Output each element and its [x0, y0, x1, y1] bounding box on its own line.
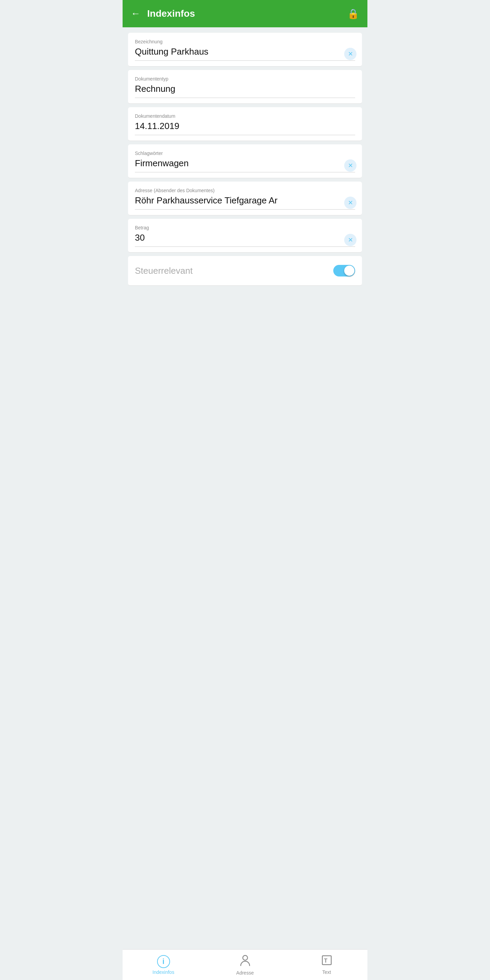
text-icon: T: [321, 955, 332, 968]
field-steuerrelevant: Steuerrelevant: [128, 256, 362, 286]
nav-item-adresse[interactable]: Adresse: [204, 950, 286, 980]
label-schlagwoerter: Schlagwörter: [135, 151, 355, 156]
svg-text:T: T: [324, 958, 328, 964]
field-betrag: Betrag 30 ✕: [128, 219, 362, 253]
adresse-icon: [240, 955, 251, 969]
value-bezeichnung[interactable]: Quittung Parkhaus: [135, 46, 355, 57]
label-dokumentendatum: Dokumentendatum: [135, 113, 355, 119]
label-steuerrelevant: Steuerrelevant: [135, 266, 192, 276]
value-dokumententyp[interactable]: Rechnung: [135, 84, 355, 94]
steuerrelevant-toggle[interactable]: [333, 265, 355, 277]
nav-label-adresse: Adresse: [236, 970, 254, 975]
content-spacer: [123, 289, 368, 944]
label-adresse: Adresse (Absender des Dokumentes): [135, 188, 355, 193]
clear-schlagwoerter-button[interactable]: ✕: [344, 159, 356, 172]
label-dokumententyp: Dokumententyp: [135, 76, 355, 81]
label-betrag: Betrag: [135, 225, 355, 231]
field-dokumententyp: Dokumententyp Rechnung: [128, 70, 362, 104]
divider-adresse: [135, 209, 355, 210]
field-bezeichnung: Bezeichnung Quittung Parkhaus ✕: [128, 33, 362, 67]
toggle-track: [333, 265, 355, 277]
field-adresse: Adresse (Absender des Dokumentes) Röhr P…: [128, 181, 362, 215]
value-adresse[interactable]: Röhr Parkhausservice Tiefgarage Ar: [135, 195, 355, 206]
field-schlagwoerter: Schlagwörter Firmenwagen ✕: [128, 145, 362, 178]
back-button[interactable]: ←: [131, 8, 140, 19]
clear-betrag-button[interactable]: ✕: [344, 234, 356, 246]
nav-item-text[interactable]: T Text: [286, 950, 368, 980]
main-content: Bezeichnung Quittung Parkhaus ✕ Dokument…: [123, 27, 368, 949]
divider-bezeichnung: [135, 60, 355, 61]
divider-betrag: [135, 247, 355, 247]
divider-dokumentendatum: [135, 135, 355, 135]
value-schlagwoerter[interactable]: Firmenwagen: [135, 158, 355, 169]
nav-item-indexinfos[interactable]: i Indexinfos: [123, 950, 204, 980]
clear-bezeichnung-button[interactable]: ✕: [344, 48, 356, 60]
label-bezeichnung: Bezeichnung: [135, 39, 355, 45]
value-dokumentendatum[interactable]: 14.11.2019: [135, 121, 355, 131]
nav-label-indexinfos: Indexinfos: [153, 969, 175, 975]
svg-point-0: [243, 955, 248, 960]
page-title: Indexinfos: [147, 8, 347, 19]
divider-dokumententyp: [135, 98, 355, 98]
nav-label-text: Text: [322, 969, 331, 975]
value-betrag[interactable]: 30: [135, 232, 355, 243]
toggle-thumb: [344, 266, 355, 276]
indexinfos-icon: i: [157, 955, 170, 968]
divider-schlagwoerter: [135, 172, 355, 172]
app-header: ← Indexinfos 🔒: [123, 0, 368, 27]
field-dokumentendatum: Dokumentendatum 14.11.2019: [128, 107, 362, 141]
clear-adresse-button[interactable]: ✕: [344, 197, 356, 209]
lock-icon[interactable]: 🔒: [347, 8, 359, 19]
bottom-navigation: i Indexinfos Adresse T Text: [123, 949, 368, 980]
